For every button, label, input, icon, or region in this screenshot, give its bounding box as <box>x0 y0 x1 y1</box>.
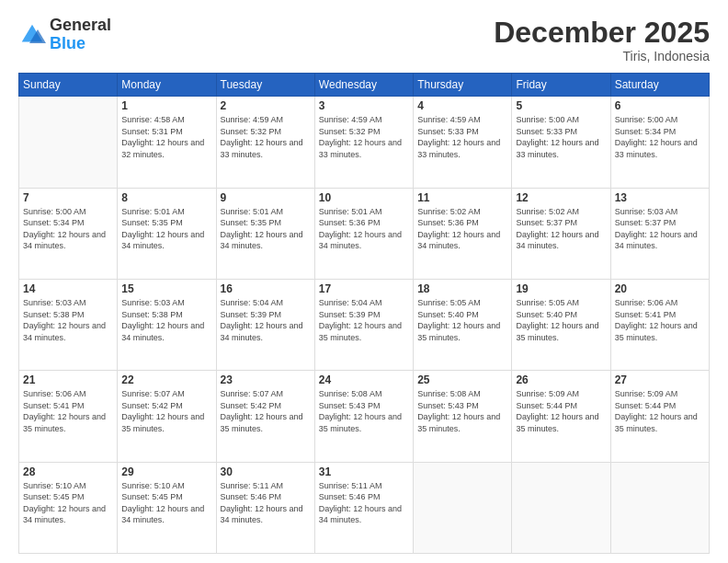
table-cell: 21Sunrise: 5:06 AM Sunset: 5:41 PM Dayli… <box>19 371 118 462</box>
table-cell: 24Sunrise: 5:08 AM Sunset: 5:43 PM Dayli… <box>314 371 413 462</box>
header-thursday: Thursday <box>414 74 512 97</box>
header-wednesday: Wednesday <box>314 74 413 97</box>
day-info: Sunrise: 5:01 AM Sunset: 5:36 PM Dayligh… <box>319 206 409 252</box>
week-row-3: 14Sunrise: 5:03 AM Sunset: 5:38 PM Dayli… <box>19 279 710 370</box>
day-info: Sunrise: 5:02 AM Sunset: 5:37 PM Dayligh… <box>516 206 606 252</box>
day-info: Sunrise: 5:10 AM Sunset: 5:45 PM Dayligh… <box>23 480 113 526</box>
table-cell: 28Sunrise: 5:10 AM Sunset: 5:45 PM Dayli… <box>19 462 118 553</box>
logo-general: General <box>50 16 111 34</box>
day-number: 5 <box>516 99 606 112</box>
week-row-2: 7Sunrise: 5:00 AM Sunset: 5:34 PM Daylig… <box>19 188 710 279</box>
day-info: Sunrise: 5:04 AM Sunset: 5:39 PM Dayligh… <box>221 297 311 343</box>
table-cell: 19Sunrise: 5:05 AM Sunset: 5:40 PM Dayli… <box>512 279 610 370</box>
day-info: Sunrise: 5:09 AM Sunset: 5:44 PM Dayligh… <box>615 388 705 434</box>
day-number: 24 <box>319 373 409 386</box>
table-cell: 9Sunrise: 5:01 AM Sunset: 5:35 PM Daylig… <box>216 188 314 279</box>
day-number: 14 <box>23 282 113 295</box>
day-number: 31 <box>319 465 409 478</box>
table-cell <box>610 462 709 553</box>
day-number: 11 <box>417 191 507 204</box>
day-info: Sunrise: 5:11 AM Sunset: 5:46 PM Dayligh… <box>319 480 409 526</box>
day-number: 18 <box>417 282 507 295</box>
day-number: 21 <box>23 373 113 386</box>
page: General Blue December 2025 Tiris, Indone… <box>0 0 728 563</box>
day-number: 3 <box>319 99 409 112</box>
day-number: 12 <box>516 191 606 204</box>
week-row-5: 28Sunrise: 5:10 AM Sunset: 5:45 PM Dayli… <box>19 462 710 553</box>
header-saturday: Saturday <box>610 74 709 97</box>
logo-blue: Blue <box>50 34 85 52</box>
table-cell <box>19 97 118 188</box>
day-info: Sunrise: 5:01 AM Sunset: 5:35 PM Dayligh… <box>121 206 211 252</box>
day-number: 2 <box>221 99 311 112</box>
table-cell: 6Sunrise: 5:00 AM Sunset: 5:34 PM Daylig… <box>610 97 709 188</box>
day-number: 17 <box>319 282 409 295</box>
day-info: Sunrise: 5:06 AM Sunset: 5:41 PM Dayligh… <box>23 388 113 434</box>
week-row-4: 21Sunrise: 5:06 AM Sunset: 5:41 PM Dayli… <box>19 371 710 462</box>
table-cell: 2Sunrise: 4:59 AM Sunset: 5:32 PM Daylig… <box>216 97 314 188</box>
table-cell: 15Sunrise: 5:03 AM Sunset: 5:38 PM Dayli… <box>118 279 216 370</box>
table-cell: 17Sunrise: 5:04 AM Sunset: 5:39 PM Dayli… <box>314 279 413 370</box>
day-number: 16 <box>221 282 311 295</box>
day-info: Sunrise: 5:03 AM Sunset: 5:38 PM Dayligh… <box>23 297 113 343</box>
day-number: 27 <box>615 373 705 386</box>
day-number: 29 <box>121 465 211 478</box>
table-cell: 14Sunrise: 5:03 AM Sunset: 5:38 PM Dayli… <box>19 279 118 370</box>
day-info: Sunrise: 4:59 AM Sunset: 5:33 PM Dayligh… <box>417 114 507 160</box>
header: General Blue December 2025 Tiris, Indone… <box>18 17 710 63</box>
day-number: 15 <box>121 282 211 295</box>
day-number: 30 <box>221 465 311 478</box>
table-cell: 25Sunrise: 5:08 AM Sunset: 5:43 PM Dayli… <box>414 371 512 462</box>
table-cell: 22Sunrise: 5:07 AM Sunset: 5:42 PM Dayli… <box>118 371 216 462</box>
header-friday: Friday <box>512 74 610 97</box>
table-cell: 27Sunrise: 5:09 AM Sunset: 5:44 PM Dayli… <box>610 371 709 462</box>
calendar-subtitle: Tiris, Indonesia <box>494 49 710 63</box>
table-cell: 5Sunrise: 5:00 AM Sunset: 5:33 PM Daylig… <box>512 97 610 188</box>
day-info: Sunrise: 5:03 AM Sunset: 5:37 PM Dayligh… <box>615 206 705 252</box>
day-number: 7 <box>23 191 113 204</box>
table-cell: 4Sunrise: 4:59 AM Sunset: 5:33 PM Daylig… <box>414 97 512 188</box>
day-info: Sunrise: 5:00 AM Sunset: 5:33 PM Dayligh… <box>516 114 606 160</box>
table-cell <box>414 462 512 553</box>
calendar-title: December 2025 <box>494 17 710 49</box>
table-cell: 23Sunrise: 5:07 AM Sunset: 5:42 PM Dayli… <box>216 371 314 462</box>
table-cell: 3Sunrise: 4:59 AM Sunset: 5:32 PM Daylig… <box>314 97 413 188</box>
day-info: Sunrise: 5:05 AM Sunset: 5:40 PM Dayligh… <box>516 297 606 343</box>
table-cell: 20Sunrise: 5:06 AM Sunset: 5:41 PM Dayli… <box>610 279 709 370</box>
day-number: 6 <box>615 99 705 112</box>
table-cell: 13Sunrise: 5:03 AM Sunset: 5:37 PM Dayli… <box>610 188 709 279</box>
header-monday: Monday <box>118 74 216 97</box>
logo-icon <box>18 21 46 49</box>
title-block: December 2025 Tiris, Indonesia <box>494 17 710 63</box>
day-info: Sunrise: 5:07 AM Sunset: 5:42 PM Dayligh… <box>121 388 211 434</box>
table-cell: 31Sunrise: 5:11 AM Sunset: 5:46 PM Dayli… <box>314 462 413 553</box>
day-number: 10 <box>319 191 409 204</box>
day-number: 23 <box>221 373 311 386</box>
day-number: 22 <box>121 373 211 386</box>
table-cell: 1Sunrise: 4:58 AM Sunset: 5:31 PM Daylig… <box>118 97 216 188</box>
day-number: 1 <box>121 99 211 112</box>
day-info: Sunrise: 5:01 AM Sunset: 5:35 PM Dayligh… <box>221 206 311 252</box>
table-cell: 7Sunrise: 5:00 AM Sunset: 5:34 PM Daylig… <box>19 188 118 279</box>
day-number: 19 <box>516 282 606 295</box>
week-row-1: 1Sunrise: 4:58 AM Sunset: 5:31 PM Daylig… <box>19 97 710 188</box>
day-info: Sunrise: 5:02 AM Sunset: 5:36 PM Dayligh… <box>417 206 507 252</box>
table-cell <box>512 462 610 553</box>
day-info: Sunrise: 5:00 AM Sunset: 5:34 PM Dayligh… <box>615 114 705 160</box>
day-info: Sunrise: 5:09 AM Sunset: 5:44 PM Dayligh… <box>516 388 606 434</box>
header-sunday: Sunday <box>19 74 118 97</box>
day-info: Sunrise: 4:59 AM Sunset: 5:32 PM Dayligh… <box>221 114 311 160</box>
day-number: 25 <box>417 373 507 386</box>
day-info: Sunrise: 5:03 AM Sunset: 5:38 PM Dayligh… <box>121 297 211 343</box>
day-info: Sunrise: 5:00 AM Sunset: 5:34 PM Dayligh… <box>23 206 113 252</box>
weekday-header-row: Sunday Monday Tuesday Wednesday Thursday… <box>19 74 710 97</box>
day-info: Sunrise: 4:58 AM Sunset: 5:31 PM Dayligh… <box>121 114 211 160</box>
table-cell: 12Sunrise: 5:02 AM Sunset: 5:37 PM Dayli… <box>512 188 610 279</box>
table-cell: 18Sunrise: 5:05 AM Sunset: 5:40 PM Dayli… <box>414 279 512 370</box>
day-info: Sunrise: 5:10 AM Sunset: 5:45 PM Dayligh… <box>121 480 211 526</box>
day-number: 20 <box>615 282 705 295</box>
header-tuesday: Tuesday <box>216 74 314 97</box>
day-info: Sunrise: 5:08 AM Sunset: 5:43 PM Dayligh… <box>319 388 409 434</box>
logo: General Blue <box>18 17 111 53</box>
day-info: Sunrise: 5:07 AM Sunset: 5:42 PM Dayligh… <box>221 388 311 434</box>
